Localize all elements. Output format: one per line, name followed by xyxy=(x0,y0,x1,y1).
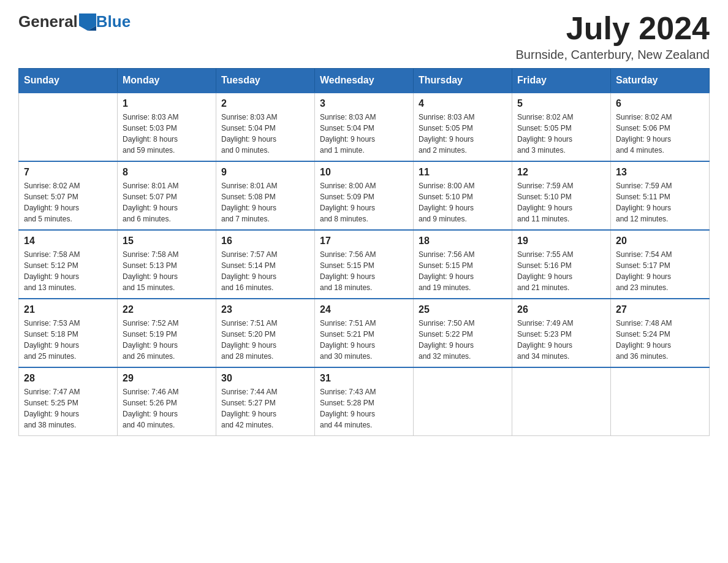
calendar-table: SundayMondayTuesdayWednesdayThursdayFrid… xyxy=(18,68,710,436)
table-row xyxy=(512,367,611,436)
table-row: 23Sunrise: 7:51 AMSunset: 5:20 PMDayligh… xyxy=(216,299,315,367)
table-row: 1Sunrise: 8:03 AMSunset: 5:03 PMDaylight… xyxy=(118,93,216,161)
table-row xyxy=(19,93,118,161)
table-row: 12Sunrise: 7:59 AMSunset: 5:10 PMDayligh… xyxy=(512,161,611,230)
day-number: 4 xyxy=(419,98,507,109)
calendar-week-row: 1Sunrise: 8:03 AMSunset: 5:03 PMDaylight… xyxy=(19,93,710,161)
day-number: 2 xyxy=(221,98,309,109)
calendar-week-row: 7Sunrise: 8:02 AMSunset: 5:07 PMDaylight… xyxy=(19,161,710,230)
table-row: 14Sunrise: 7:58 AMSunset: 5:12 PMDayligh… xyxy=(19,230,118,299)
day-info: Sunrise: 7:43 AMSunset: 5:28 PMDaylight:… xyxy=(320,386,408,431)
day-info: Sunrise: 7:56 AMSunset: 5:15 PMDaylight:… xyxy=(320,249,408,293)
day-info: Sunrise: 7:52 AMSunset: 5:19 PMDaylight:… xyxy=(123,318,211,362)
day-info: Sunrise: 7:54 AMSunset: 5:17 PMDaylight:… xyxy=(616,249,704,293)
day-number: 25 xyxy=(419,304,507,315)
table-row: 13Sunrise: 7:59 AMSunset: 5:11 PMDayligh… xyxy=(611,161,710,230)
day-number: 22 xyxy=(123,304,211,315)
day-info: Sunrise: 7:49 AMSunset: 5:23 PMDaylight:… xyxy=(517,318,605,362)
day-info: Sunrise: 7:48 AMSunset: 5:24 PMDaylight:… xyxy=(616,318,704,362)
col-header-thursday: Thursday xyxy=(414,69,512,93)
table-row: 28Sunrise: 7:47 AMSunset: 5:25 PMDayligh… xyxy=(19,367,118,436)
day-number: 31 xyxy=(320,373,408,384)
month-year-title: July 2024 xyxy=(516,12,710,44)
day-number: 11 xyxy=(419,167,507,178)
day-number: 27 xyxy=(616,304,704,315)
table-row: 2Sunrise: 8:03 AMSunset: 5:04 PMDaylight… xyxy=(216,93,315,161)
day-info: Sunrise: 8:02 AMSunset: 5:05 PMDaylight:… xyxy=(517,112,605,156)
table-row: 17Sunrise: 7:56 AMSunset: 5:15 PMDayligh… xyxy=(315,230,414,299)
table-row: 15Sunrise: 7:58 AMSunset: 5:13 PMDayligh… xyxy=(118,230,216,299)
table-row: 7Sunrise: 8:02 AMSunset: 5:07 PMDaylight… xyxy=(19,161,118,230)
table-row: 29Sunrise: 7:46 AMSunset: 5:26 PMDayligh… xyxy=(118,367,216,436)
col-header-wednesday: Wednesday xyxy=(315,69,414,93)
table-row xyxy=(414,367,512,436)
day-number: 1 xyxy=(123,98,211,109)
table-row: 18Sunrise: 7:56 AMSunset: 5:15 PMDayligh… xyxy=(414,230,512,299)
table-row: 24Sunrise: 7:51 AMSunset: 5:21 PMDayligh… xyxy=(315,299,414,367)
day-info: Sunrise: 8:01 AMSunset: 5:08 PMDaylight:… xyxy=(221,180,309,224)
table-row: 4Sunrise: 8:03 AMSunset: 5:05 PMDaylight… xyxy=(414,93,512,161)
day-number: 24 xyxy=(320,304,408,315)
day-number: 9 xyxy=(221,167,309,178)
table-row: 26Sunrise: 7:49 AMSunset: 5:23 PMDayligh… xyxy=(512,299,611,367)
day-info: Sunrise: 8:03 AMSunset: 5:04 PMDaylight:… xyxy=(221,112,309,156)
day-number: 29 xyxy=(123,373,211,384)
day-number: 7 xyxy=(24,167,112,178)
day-number: 23 xyxy=(221,304,309,315)
day-info: Sunrise: 7:46 AMSunset: 5:26 PMDaylight:… xyxy=(123,386,211,431)
day-number: 16 xyxy=(221,236,309,247)
table-row: 20Sunrise: 7:54 AMSunset: 5:17 PMDayligh… xyxy=(611,230,710,299)
day-info: Sunrise: 7:51 AMSunset: 5:20 PMDaylight:… xyxy=(221,318,309,362)
table-row: 27Sunrise: 7:48 AMSunset: 5:24 PMDayligh… xyxy=(611,299,710,367)
day-info: Sunrise: 8:01 AMSunset: 5:07 PMDaylight:… xyxy=(123,180,211,224)
title-block: July 2024 Burnside, Canterbury, New Zeal… xyxy=(516,12,710,62)
day-number: 6 xyxy=(616,98,704,109)
col-header-tuesday: Tuesday xyxy=(216,69,315,93)
col-header-friday: Friday xyxy=(512,69,611,93)
day-number: 20 xyxy=(616,236,704,247)
table-row: 3Sunrise: 8:03 AMSunset: 5:04 PMDaylight… xyxy=(315,93,414,161)
table-row: 21Sunrise: 7:53 AMSunset: 5:18 PMDayligh… xyxy=(19,299,118,367)
table-row: 25Sunrise: 7:50 AMSunset: 5:22 PMDayligh… xyxy=(414,299,512,367)
day-number: 26 xyxy=(517,304,605,315)
table-row: 31Sunrise: 7:43 AMSunset: 5:28 PMDayligh… xyxy=(315,367,414,436)
day-info: Sunrise: 8:02 AMSunset: 5:07 PMDaylight:… xyxy=(24,180,112,224)
table-row: 6Sunrise: 8:02 AMSunset: 5:06 PMDaylight… xyxy=(611,93,710,161)
day-number: 5 xyxy=(517,98,605,109)
day-number: 10 xyxy=(320,167,408,178)
logo-blue: Blue xyxy=(96,12,131,31)
day-number: 18 xyxy=(419,236,507,247)
day-number: 15 xyxy=(123,236,211,247)
day-info: Sunrise: 7:56 AMSunset: 5:15 PMDaylight:… xyxy=(419,249,507,293)
day-info: Sunrise: 7:51 AMSunset: 5:21 PMDaylight:… xyxy=(320,318,408,362)
calendar-week-row: 28Sunrise: 7:47 AMSunset: 5:25 PMDayligh… xyxy=(19,367,710,436)
table-row: 9Sunrise: 8:01 AMSunset: 5:08 PMDaylight… xyxy=(216,161,315,230)
day-info: Sunrise: 8:03 AMSunset: 5:03 PMDaylight:… xyxy=(123,112,211,156)
day-info: Sunrise: 8:02 AMSunset: 5:06 PMDaylight:… xyxy=(616,112,704,156)
day-info: Sunrise: 7:50 AMSunset: 5:22 PMDaylight:… xyxy=(419,318,507,362)
table-row: 30Sunrise: 7:44 AMSunset: 5:27 PMDayligh… xyxy=(216,367,315,436)
calendar-week-row: 14Sunrise: 7:58 AMSunset: 5:12 PMDayligh… xyxy=(19,230,710,299)
location-subtitle: Burnside, Canterbury, New Zealand xyxy=(516,48,710,62)
logo-general: General xyxy=(18,12,78,31)
day-number: 17 xyxy=(320,236,408,247)
day-number: 12 xyxy=(517,167,605,178)
page-header: General Blue July 2024 Burnside, Canterb… xyxy=(18,12,710,62)
day-info: Sunrise: 7:58 AMSunset: 5:12 PMDaylight:… xyxy=(24,249,112,293)
day-info: Sunrise: 7:53 AMSunset: 5:18 PMDaylight:… xyxy=(24,318,112,362)
day-number: 3 xyxy=(320,98,408,109)
day-info: Sunrise: 7:55 AMSunset: 5:16 PMDaylight:… xyxy=(517,249,605,293)
table-row: 8Sunrise: 8:01 AMSunset: 5:07 PMDaylight… xyxy=(118,161,216,230)
calendar-week-row: 21Sunrise: 7:53 AMSunset: 5:18 PMDayligh… xyxy=(19,299,710,367)
logo: General Blue xyxy=(18,12,131,31)
day-info: Sunrise: 7:58 AMSunset: 5:13 PMDaylight:… xyxy=(123,249,211,293)
col-header-monday: Monday xyxy=(118,69,216,93)
col-header-saturday: Saturday xyxy=(611,69,710,93)
table-row: 5Sunrise: 8:02 AMSunset: 5:05 PMDaylight… xyxy=(512,93,611,161)
day-info: Sunrise: 7:57 AMSunset: 5:14 PMDaylight:… xyxy=(221,249,309,293)
day-info: Sunrise: 8:00 AMSunset: 5:09 PMDaylight:… xyxy=(320,180,408,224)
table-row: 16Sunrise: 7:57 AMSunset: 5:14 PMDayligh… xyxy=(216,230,315,299)
table-row xyxy=(611,367,710,436)
day-number: 8 xyxy=(123,167,211,178)
day-info: Sunrise: 7:44 AMSunset: 5:27 PMDaylight:… xyxy=(221,386,309,431)
